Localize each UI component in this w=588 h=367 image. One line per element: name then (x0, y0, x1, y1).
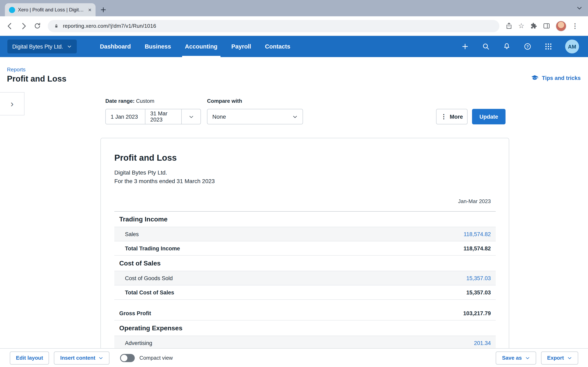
compare-with-label: Compare with (207, 98, 242, 104)
insert-content-button[interactable]: Insert content (54, 351, 110, 364)
table-row-advertising: Advertising 201.34 (114, 336, 496, 348)
chevron-down-icon (525, 355, 530, 360)
total-label: Total Cost of Sales (125, 289, 174, 295)
date-range-group: 1 Jan 2023 31 Mar 2023 (105, 109, 201, 124)
browser-tabstrip: Xero | Profit and Loss | Digital B × (0, 0, 588, 16)
share-icon[interactable] (505, 22, 513, 30)
table-row-total-cost-of-sales: Total Cost of Sales 15,357.03 (114, 285, 496, 300)
report-column-header: Jan-Mar 2023 (114, 198, 496, 204)
save-as-label: Save as (502, 355, 522, 361)
browser-menu-kebab-icon[interactable]: ⋮ (572, 23, 579, 29)
export-label: Export (547, 355, 564, 361)
compare-with-select[interactable]: None (207, 109, 303, 124)
svg-text:?: ? (526, 44, 528, 49)
expand-side-panel-button[interactable]: › (0, 92, 25, 115)
nav-contacts[interactable]: Contacts (258, 36, 297, 57)
chevron-down-icon (67, 44, 72, 49)
apps-grid-icon[interactable] (544, 42, 553, 50)
account-label: Cost of Goods Sold (125, 275, 173, 281)
breadcrumb-reports-link[interactable]: Reports (7, 67, 26, 73)
report-title: Profit and Loss (114, 153, 496, 163)
compact-view-label: Compact view (139, 355, 173, 361)
account-label: Advertising (125, 340, 152, 346)
header-actions: ? AM (461, 40, 588, 53)
date-to-input[interactable]: 31 Mar 2023 (145, 109, 182, 124)
section-heading-cost-of-sales: Cost of Sales (114, 256, 496, 271)
save-as-button[interactable]: Save as (496, 351, 536, 364)
screen: Xero | Profit and Loss | Digital B × rep… (0, 0, 588, 367)
gross-profit-value: 103,217.79 (463, 310, 496, 316)
table-row-total-trading-income: Total Trading Income 118,574.82 (114, 242, 496, 256)
address-bar[interactable]: reporting.xero.com/!j!dm7/v1/Run/1016 (48, 20, 499, 32)
forward-icon[interactable] (20, 22, 28, 30)
notifications-bell-icon[interactable] (503, 42, 511, 50)
date-from-input[interactable]: 1 Jan 2023 (105, 109, 145, 124)
help-icon[interactable]: ? (523, 42, 532, 50)
browser-profile-avatar[interactable] (556, 21, 567, 31)
graduation-cap-icon (531, 74, 539, 82)
org-name: Digital Bytes Pty Ltd. (12, 43, 63, 50)
account-label: Sales (125, 231, 139, 237)
chevron-down-icon (292, 114, 298, 119)
lock-icon (53, 23, 59, 29)
section-label: Operating Expenses (119, 324, 182, 332)
reload-icon[interactable] (34, 22, 41, 30)
total-value: 15,357.03 (466, 289, 496, 295)
create-plus-icon[interactable] (461, 42, 469, 50)
page-title: Profit and Loss (7, 74, 66, 83)
search-icon[interactable] (482, 42, 490, 50)
window-chevron-down-icon[interactable] (576, 4, 583, 12)
account-value-link[interactable]: 15,357.03 (466, 275, 496, 281)
nav-business[interactable]: Business (138, 36, 178, 57)
table-spacer-row (114, 300, 496, 306)
section-label: Trading Income (119, 216, 168, 223)
account-value-link[interactable]: 201.34 (474, 340, 496, 346)
table-row-gross-profit: Gross Profit 103,217.79 (114, 306, 496, 320)
tab-close-icon[interactable]: × (87, 7, 92, 13)
extensions-puzzle-icon[interactable] (530, 22, 537, 30)
report-company: Digital Bytes Pty Ltd. (114, 169, 496, 176)
org-switcher-button[interactable]: Digital Bytes Pty Ltd. (7, 40, 77, 53)
chevron-down-icon (99, 355, 104, 360)
compact-view-toggle[interactable] (120, 354, 135, 362)
update-button[interactable]: Update (472, 109, 506, 124)
tips-and-tricks-label: Tips and tricks (542, 75, 581, 81)
new-tab-button[interactable] (100, 6, 107, 13)
tips-and-tricks-link[interactable]: Tips and tricks (531, 74, 581, 82)
date-range-label: Date range: Custom (105, 98, 154, 104)
date-range-label-text: Date range: (105, 98, 135, 104)
toggle-knob (121, 355, 128, 361)
nav-payroll[interactable]: Payroll (224, 36, 258, 57)
insert-content-label: Insert content (60, 355, 95, 361)
footer-right-actions: Save as Export (496, 351, 578, 364)
xero-app-header: Digital Bytes Pty Ltd. Dashboard Busines… (0, 36, 588, 57)
url-text: reporting.xero.com/!j!dm7/v1/Run/1016 (63, 23, 156, 29)
section-heading-operating-expenses: Operating Expenses (114, 320, 496, 336)
report-card: Profit and Loss Digital Bytes Pty Ltd. F… (100, 138, 509, 348)
page-header: Reports Profit and Loss Tips and tricks (0, 57, 588, 92)
main-nav: Dashboard Business Accounting Payroll Co… (93, 36, 297, 57)
chevron-down-icon (189, 114, 194, 119)
date-range-mode: Custom (136, 98, 154, 104)
back-icon[interactable] (6, 22, 14, 30)
browser-toolbar: reporting.xero.com/!j!dm7/v1/Run/1016 ☆ … (0, 16, 588, 36)
account-value-link[interactable]: 118,574.82 (464, 231, 496, 237)
compact-view-toggle-group: Compact view (120, 354, 173, 362)
nav-dashboard[interactable]: Dashboard (93, 36, 138, 57)
edit-layout-button[interactable]: Edit layout (10, 351, 49, 364)
export-button[interactable]: Export (541, 351, 578, 364)
report-period: For the 3 months ended 31 March 2023 (114, 178, 496, 184)
nav-accounting[interactable]: Accounting (178, 36, 225, 57)
bookmark-star-icon[interactable]: ☆ (518, 22, 525, 29)
table-row-sales: Sales 118,574.82 (114, 227, 496, 242)
browser-tab[interactable]: Xero | Profit and Loss | Digital B × (5, 3, 95, 16)
chevron-right-icon: › (11, 99, 14, 108)
more-button[interactable]: ⋮ More (436, 109, 467, 124)
side-panel-icon[interactable] (543, 22, 551, 30)
user-avatar[interactable]: AM (565, 40, 579, 53)
vertical-dots-icon: ⋮ (441, 113, 447, 120)
date-range-dropdown-button[interactable] (181, 109, 201, 124)
gross-profit-label: Gross Profit (119, 310, 151, 316)
section-heading-trading-income: Trading Income (114, 212, 496, 227)
total-value: 118,574.82 (463, 245, 496, 251)
